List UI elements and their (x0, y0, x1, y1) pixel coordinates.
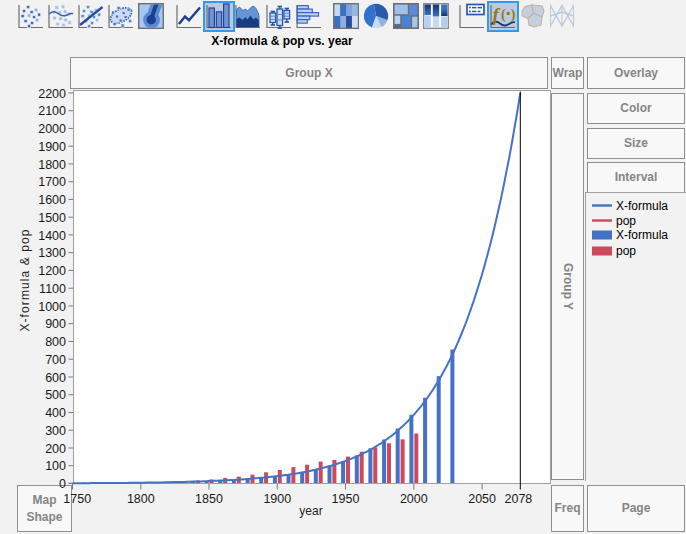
svg-text:1100: 1100 (39, 282, 66, 296)
svg-text:2200: 2200 (38, 87, 66, 101)
svg-text:2078: 2078 (504, 492, 532, 506)
svg-text:800: 800 (45, 335, 66, 349)
svg-text:X-formula: X-formula (616, 199, 668, 213)
svg-text:1400: 1400 (38, 229, 66, 243)
svg-text:700: 700 (45, 353, 66, 367)
svg-text:1850: 1850 (195, 492, 223, 506)
svg-text:200: 200 (45, 442, 66, 456)
svg-text:1800: 1800 (38, 158, 66, 172)
svg-text:1600: 1600 (38, 193, 66, 207)
svg-text:400: 400 (45, 406, 66, 420)
svg-text:2050: 2050 (468, 492, 496, 506)
svg-text:pop: pop (616, 214, 636, 228)
svg-text:year: year (299, 504, 322, 518)
svg-text:500: 500 (45, 388, 66, 402)
svg-text:1750: 1750 (63, 492, 91, 506)
svg-text:1500: 1500 (38, 211, 66, 225)
svg-text:300: 300 (45, 424, 66, 438)
svg-text:X-formula: X-formula (616, 228, 668, 242)
svg-text:600: 600 (45, 371, 66, 385)
svg-text:1700: 1700 (38, 175, 66, 189)
svg-text:2000: 2000 (38, 122, 66, 136)
svg-text:900: 900 (45, 317, 66, 331)
svg-text:1200: 1200 (38, 264, 66, 278)
svg-text:100: 100 (45, 459, 66, 473)
svg-text:2000: 2000 (400, 492, 428, 506)
svg-text:1950: 1950 (332, 492, 360, 506)
svg-text:1000: 1000 (38, 300, 66, 314)
svg-text:pop: pop (616, 244, 636, 258)
svg-text:1800: 1800 (127, 492, 155, 506)
svg-text:0: 0 (59, 477, 66, 491)
svg-text:1900: 1900 (38, 140, 66, 154)
svg-text:1300: 1300 (38, 246, 66, 260)
svg-text:1900: 1900 (263, 492, 291, 506)
svg-text:2100: 2100 (38, 104, 66, 118)
svg-text:X-formula & pop: X-formula & pop (18, 228, 32, 331)
